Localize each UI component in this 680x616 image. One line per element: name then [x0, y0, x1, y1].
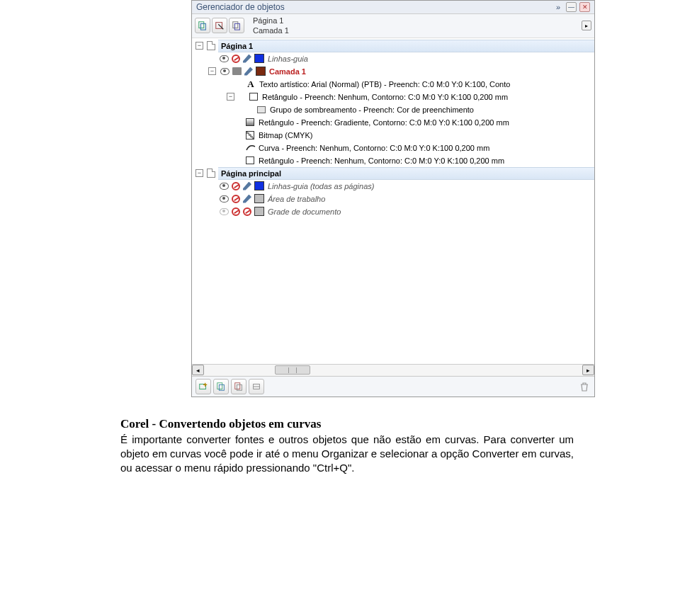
print-disabled-icon[interactable]	[232, 195, 240, 203]
article-heading: Corel - Convertendo objetos em curvas	[120, 417, 574, 431]
context-layer: Camada 1	[253, 25, 289, 35]
rectangle-icon	[249, 93, 258, 101]
color-swatch[interactable]	[254, 207, 264, 216]
master-item-label: Área de trabalho	[268, 195, 325, 203]
master-item-label: Grade de documento	[268, 207, 341, 216]
guide-layer-label: Linhas-guia	[268, 55, 308, 63]
delete-button[interactable]	[578, 380, 591, 393]
scroll-thumb[interactable]	[275, 365, 310, 375]
edit-icon[interactable]	[244, 67, 253, 76]
expander-icon[interactable]: −	[196, 42, 203, 50]
color-swatch[interactable]	[254, 194, 264, 203]
tree-page-row[interactable]: − Página 1	[193, 40, 594, 52]
object-label: Retângulo - Preench: Nenhum, Contorno: C…	[259, 156, 504, 165]
tree-master-item[interactable]: Grade de documento	[193, 205, 594, 218]
tree-object-row[interactable]: Retângulo - Preench: Nenhum, Contorno: C…	[193, 154, 594, 167]
close-button[interactable]: ✕	[579, 2, 590, 12]
object-label: Retângulo - Preench: Nenhum, Contorno: C…	[262, 93, 508, 101]
visibility-icon[interactable]	[220, 68, 230, 75]
page-label: Página 1	[218, 40, 594, 52]
visibility-icon[interactable]	[220, 195, 229, 203]
page-icon	[207, 169, 215, 178]
expander-icon[interactable]: −	[196, 169, 203, 177]
tree-guide-layer[interactable]: Linhas-guia	[193, 52, 594, 65]
layer-button-4[interactable]	[249, 379, 264, 394]
article-body: É importante converter fontes e outros o…	[120, 433, 574, 476]
expander-icon[interactable]: −	[208, 67, 216, 75]
toolbar-context: Página 1 Camada 1	[253, 16, 289, 36]
print-disabled-icon[interactable]	[232, 182, 240, 190]
tree-object-row[interactable]: A Texto artístico: Arial (Normal) (PTB) …	[193, 78, 594, 91]
minimize-button[interactable]: —	[566, 2, 577, 12]
object-label: Bitmap (CMYK)	[259, 131, 312, 139]
rectangle-icon	[246, 118, 254, 126]
print-icon[interactable]	[232, 67, 242, 75]
color-swatch[interactable]	[254, 181, 264, 190]
tree-object-row[interactable]: Bitmap (CMYK)	[193, 129, 594, 142]
shadow-group-icon	[257, 106, 266, 113]
titlebar: Gerenciador de objetos » — ✕	[192, 1, 594, 14]
svg-rect-0	[199, 22, 204, 28]
object-label: Retângulo - Preench: Gradiente, Contorno…	[259, 118, 509, 127]
print-disabled-icon[interactable]	[232, 55, 240, 63]
tree-object-row[interactable]: Curva - Preench: Nenhum, Contorno: C:0 M…	[193, 142, 594, 154]
visibility-icon[interactable]	[220, 55, 229, 62]
top-toolbar: Página 1 Camada 1 ▸	[192, 14, 594, 38]
toolbar-button-1[interactable]	[195, 18, 210, 33]
edit-disabled-icon[interactable]	[243, 207, 251, 216]
visibility-icon[interactable]	[220, 183, 229, 190]
object-label: Curva - Preench: Nenhum, Contorno: C:0 M…	[259, 144, 489, 152]
master-page-label: Página principal	[218, 167, 594, 180]
tree-object-row[interactable]: Retângulo - Preench: Gradiente, Contorno…	[193, 116, 594, 129]
new-master-layer-button[interactable]	[213, 379, 229, 394]
edit-icon[interactable]	[243, 182, 251, 190]
toolbar-overflow-button[interactable]: ▸	[582, 21, 591, 30]
scroll-right-button[interactable]: ▸	[582, 365, 594, 375]
arrow-right-icon: ▸	[585, 23, 588, 29]
context-page: Página 1	[253, 16, 289, 25]
tree-object-row[interactable]: Grupo de sombreamento - Preench: Cor de …	[193, 103, 594, 116]
color-swatch[interactable]	[254, 54, 264, 63]
object-label: Texto artístico: Arial (Normal) (PTB) - …	[259, 80, 510, 89]
svg-rect-9	[237, 384, 242, 390]
text-icon: A	[246, 79, 256, 89]
object-label: Grupo de sombreamento - Preench: Cor de …	[270, 105, 474, 114]
expander-icon[interactable]: −	[227, 93, 234, 101]
bottom-toolbar	[192, 376, 594, 397]
tree-layer-row[interactable]: − Camada 1	[193, 65, 594, 78]
master-item-label: Linhas-guia (todas as páginas)	[268, 182, 374, 190]
tree-master-page-row[interactable]: − Página principal	[193, 167, 594, 180]
visibility-icon[interactable]	[220, 208, 229, 215]
tree-master-item[interactable]: Área de trabalho	[193, 193, 594, 205]
horizontal-scrollbar[interactable]: ◂ ▸	[192, 364, 594, 376]
svg-rect-3	[233, 22, 238, 28]
new-layer-button[interactable]	[196, 379, 211, 394]
bitmap-icon	[246, 131, 254, 139]
svg-rect-6	[217, 382, 222, 389]
svg-rect-1	[200, 24, 205, 30]
edit-icon[interactable]	[243, 195, 251, 203]
color-swatch[interactable]	[256, 67, 266, 76]
svg-rect-7	[219, 384, 224, 390]
scroll-left-button[interactable]: ◂	[192, 365, 204, 375]
tree-master-item[interactable]: Linhas-guia (todas as páginas)	[193, 180, 594, 193]
svg-rect-4	[234, 24, 239, 30]
tree-object-row[interactable]: − Retângulo - Preench: Nenhum, Contorno:…	[193, 91, 594, 103]
curve-icon	[246, 143, 256, 153]
article-section: Corel - Convertendo objetos em curvas É …	[57, 417, 623, 476]
toolbar-button-2[interactable]	[212, 18, 227, 33]
object-manager-panel: Gerenciador de objetos » — ✕ Pági	[191, 0, 595, 397]
panel-title: Gerenciador de objetos	[196, 2, 285, 12]
layer-label: Camada 1	[269, 67, 306, 76]
layer-button-3[interactable]	[231, 379, 246, 394]
print-disabled-icon[interactable]	[232, 207, 240, 216]
svg-rect-8	[235, 382, 240, 389]
object-tree: − Página 1 Linhas-guia −	[192, 38, 594, 364]
toolbar-button-3[interactable]	[229, 18, 244, 33]
rectangle-icon	[246, 156, 254, 164]
scroll-track[interactable]	[204, 365, 582, 375]
page-icon	[207, 41, 215, 50]
edit-icon[interactable]	[243, 55, 251, 63]
more-chevron-icon[interactable]: »	[556, 3, 559, 11]
